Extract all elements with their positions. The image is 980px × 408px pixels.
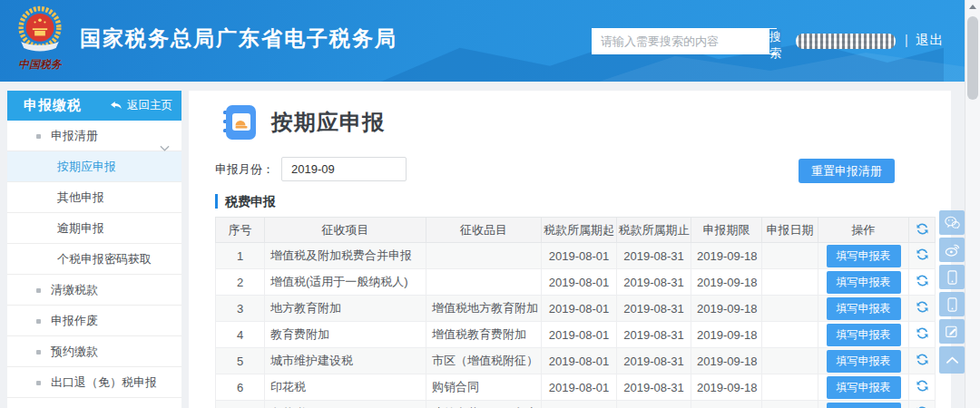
cell-declare-date [762,269,818,296]
refresh-icon[interactable] [916,248,929,261]
cell-project: 教育费附加 [265,322,426,348]
sidebar-item-label: 预约缴款 [51,345,98,358]
cell-no: 3 [216,296,265,322]
sidebar-item-label: 出口退（免）税申报 [51,375,157,389]
month-label: 申报月份： [215,161,274,178]
sidebar-item[interactable]: 按期应申报 [7,151,181,182]
sidebar-item-label: 申报作废 [51,314,98,327]
page-header: 按期应申报 [220,102,385,142]
refresh-icon[interactable] [916,353,929,366]
reset-declaration-button[interactable]: 重置申报清册 [799,159,895,183]
sidebar-item[interactable]: 申报清册 [7,121,181,151]
logo-caption: 中国税务 [9,57,71,73]
cell-project: 地方教育附加 [265,296,426,322]
sidebar-item[interactable]: 申报作废 [7,306,181,336]
cell-refresh [909,243,936,269]
sidebar-item-label: 按期应申报 [57,160,116,173]
column-header: 序号 [216,218,265,243]
declaration-book-icon [220,102,260,142]
survey-icon[interactable] [939,319,965,344]
page-title: 按期应申报 [271,108,385,137]
cell-period-end: 2019-08-31 [617,269,691,296]
sidebar-item-label: 其他申报 [57,190,104,204]
bullet-icon [36,319,41,324]
mobile-app-icon[interactable] [939,265,965,289]
sidebar-item[interactable]: 个税申报密码获取 [7,244,181,275]
refresh-icon[interactable] [916,300,929,314]
table-row: 4教育费附加增值税教育费附加2019-08-012019-08-312019-0… [216,322,936,348]
table-row: 5城市维护建设税市区（增值税附征）2019-08-012019-08-31201… [216,348,936,374]
sidebar-nav: 申报清册按期应申报其他申报逾期申报个税申报密码获取清缴税款申报作废预约缴款出口退… [7,121,181,398]
cell-declare-date [762,401,818,408]
sidebar-item[interactable]: 逾期申报 [7,213,181,244]
month-input[interactable] [281,157,407,181]
cell-period-start: 2019-08-01 [542,348,617,374]
cell-no: 2 [216,269,265,296]
sidebar-header: 申报缴税 返回主页 [7,91,181,121]
column-header: 操作 [818,218,909,243]
bullet-icon [36,134,41,139]
mobile-app-2-icon[interactable] [939,292,965,316]
bullet-icon [36,288,41,293]
column-header: 申报日期 [762,218,818,243]
column-header: 税款所属期起 [542,218,617,243]
sidebar-item[interactable]: 出口退（免）税申报 [7,367,181,398]
cell-period-start: 2019-08-01 [542,322,617,348]
cell-deadline: 2019-09-18 [691,348,762,374]
fill-form-button[interactable]: 填写申报表 [827,271,901,294]
refresh-icon[interactable] [916,379,929,393]
search-input[interactable] [593,29,769,53]
fill-form-button[interactable]: 填写申报表 [827,324,901,346]
cell-period-end: 2019-08-31 [617,296,691,322]
refresh-icon[interactable] [916,274,929,287]
cell-item: 市区（增值税附征） [426,348,542,374]
cell-period-start: 2019-08-01 [542,374,617,401]
back-home-link[interactable]: 返回主页 [110,98,172,113]
search-button[interactable]: 搜索 [769,29,781,53]
cell-action: 填写申报表 [818,348,909,374]
cell-action: 填写申报表 [818,269,909,296]
fill-form-button[interactable]: 填写申报表 [827,376,901,399]
cell-item: 购销合同 [426,374,542,401]
cell-declare-date [762,322,818,348]
cell-action: 填写申报表 [818,322,909,348]
refresh-column-header [909,218,936,243]
cell-item [426,269,542,296]
back-arrow-icon [110,101,122,111]
sidebar-item[interactable]: 其他申报 [7,182,181,213]
cell-action: 填写申报表 [818,401,909,408]
cell-item: 建筑安装工程承包合同 [426,401,542,408]
logout-link[interactable]: 退出 [916,32,944,49]
cell-deadline: 2019-09-18 [691,243,762,269]
cell-project: 增值税(适用于一般纳税人) [265,269,426,296]
cell-no: 7 [216,401,265,408]
sidebar-item[interactable]: 清缴税款 [7,275,181,306]
cell-action: 填写申报表 [818,296,909,322]
weibo-icon[interactable] [939,238,965,262]
scrollbar-up-arrow-icon[interactable] [965,0,980,15]
fill-form-button[interactable]: 填写申报表 [827,350,901,373]
back-to-top-icon[interactable] [939,346,965,374]
cell-action: 填写申报表 [818,243,909,269]
table-row: 6印花税购销合同2019-08-012019-08-312019-09-18填写… [216,374,936,401]
cell-period-start: 2019-08-01 [542,243,617,269]
fill-form-button[interactable]: 填写申报表 [827,245,901,267]
refresh-icon[interactable] [916,222,929,236]
column-header: 征收项目 [265,218,426,243]
cell-declare-date [762,296,818,322]
cell-period-start: 2019-08-01 [542,269,617,296]
cell-declare-date [762,374,818,401]
wechat-icon[interactable] [939,210,965,235]
page-scrollbar[interactable] [965,0,980,408]
cell-item: 增值税教育费附加 [426,322,542,348]
cell-period-end: 2019-08-31 [617,322,691,348]
site-title: 国家税务总局广东省电子税务局 [80,24,397,53]
sidebar-item[interactable]: 预约缴款 [7,336,181,367]
back-home-label: 返回主页 [127,98,172,113]
sidebar: 申报缴税 返回主页 申报清册按期应申报其他申报逾期申报个税申报密码获取清缴税款申… [7,91,181,408]
scrollbar-thumb[interactable] [967,16,978,100]
fill-form-button[interactable]: 填写申报表 [827,403,901,408]
refresh-icon[interactable] [916,326,929,340]
cell-refresh [909,348,936,374]
fill-form-button[interactable]: 填写申报表 [827,297,901,320]
